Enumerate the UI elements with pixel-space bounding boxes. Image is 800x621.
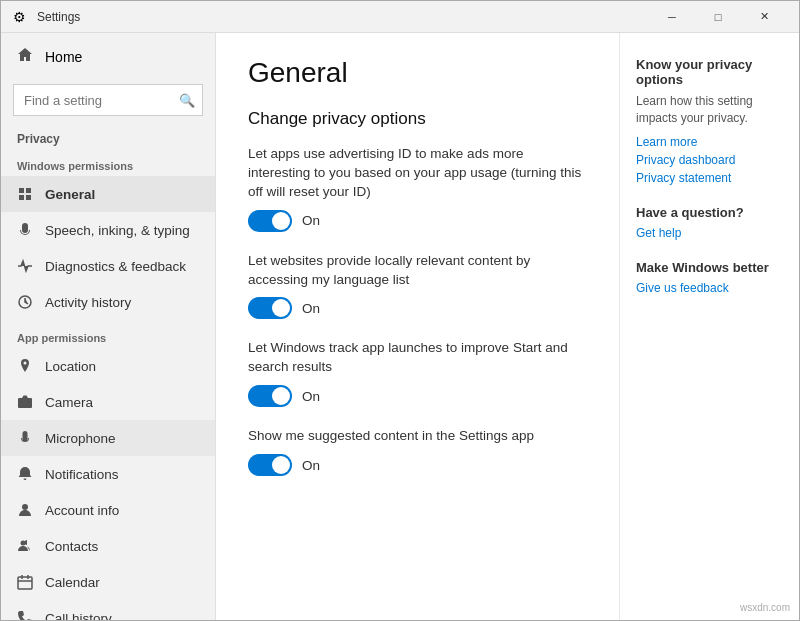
toggle-row-2: On bbox=[248, 297, 587, 319]
sidebar-item-notifications[interactable]: Notifications bbox=[1, 456, 215, 492]
sidebar-home-label: Home bbox=[45, 49, 82, 65]
minimize-button[interactable]: ─ bbox=[649, 1, 695, 33]
close-button[interactable]: ✕ bbox=[741, 1, 787, 33]
sidebar-item-location[interactable]: Location bbox=[1, 348, 215, 384]
right-section1-desc: Learn how this setting impacts your priv… bbox=[636, 93, 783, 127]
get-help-link[interactable]: Get help bbox=[636, 226, 783, 240]
svg-rect-0 bbox=[19, 188, 24, 193]
home-icon bbox=[17, 47, 33, 66]
call-icon bbox=[17, 610, 33, 620]
camera-icon bbox=[17, 394, 33, 410]
sidebar-item-general[interactable]: General bbox=[1, 176, 215, 212]
general-icon bbox=[17, 186, 33, 202]
main-panel: General Change privacy options Let apps … bbox=[216, 33, 619, 620]
privacy-statement-link[interactable]: Privacy statement bbox=[636, 171, 783, 185]
learn-more-link[interactable]: Learn more bbox=[636, 135, 783, 149]
setting-desc-3: Let Windows track app launches to improv… bbox=[248, 339, 587, 377]
app-permissions-label: App permissions bbox=[1, 320, 215, 348]
search-input[interactable] bbox=[13, 84, 203, 116]
privacy-section-label: Privacy bbox=[1, 124, 215, 148]
sidebar: Home 🔍 Privacy Windows permissions Gener… bbox=[1, 33, 216, 620]
sidebar-item-activity[interactable]: Activity history bbox=[1, 284, 215, 320]
sidebar-item-location-label: Location bbox=[45, 359, 96, 374]
diagnostics-icon bbox=[17, 258, 33, 274]
toggle-2[interactable] bbox=[248, 297, 292, 319]
privacy-dashboard-link[interactable]: Privacy dashboard bbox=[636, 153, 783, 167]
sidebar-item-camera[interactable]: Camera bbox=[1, 384, 215, 420]
svg-rect-3 bbox=[26, 195, 31, 200]
svg-rect-2 bbox=[19, 195, 24, 200]
toggle-row-1: On bbox=[248, 210, 587, 232]
sidebar-item-callhistory[interactable]: Call history bbox=[1, 600, 215, 620]
sidebar-item-microphone[interactable]: Microphone bbox=[1, 420, 215, 456]
sidebar-item-activity-label: Activity history bbox=[45, 295, 131, 310]
sidebar-item-home[interactable]: Home bbox=[1, 33, 215, 80]
sidebar-item-speech[interactable]: Speech, inking, & typing bbox=[1, 212, 215, 248]
sidebar-item-speech-label: Speech, inking, & typing bbox=[45, 223, 190, 238]
right-panel: Know your privacy options Learn how this… bbox=[619, 33, 799, 620]
microphone-icon bbox=[17, 430, 33, 446]
setting-item-3: Let Windows track app launches to improv… bbox=[248, 339, 587, 407]
app-icon: ⚙ bbox=[13, 9, 29, 25]
maximize-button[interactable]: □ bbox=[695, 1, 741, 33]
toggle-3[interactable] bbox=[248, 385, 292, 407]
sidebar-item-calendar[interactable]: Calendar bbox=[1, 564, 215, 600]
sidebar-item-general-label: General bbox=[45, 187, 95, 202]
watermark: wsxdn.com bbox=[740, 602, 790, 613]
sidebar-item-microphone-label: Microphone bbox=[45, 431, 116, 446]
sidebar-item-account[interactable]: Account info bbox=[1, 492, 215, 528]
sidebar-item-account-label: Account info bbox=[45, 503, 119, 518]
settings-window: ⚙ Settings ─ □ ✕ Home 🔍 bbox=[0, 0, 800, 621]
toggle-label-2: On bbox=[302, 301, 320, 316]
give-feedback-link[interactable]: Give us feedback bbox=[636, 281, 783, 295]
notifications-icon bbox=[17, 466, 33, 482]
setting-item-4: Show me suggested content in the Setting… bbox=[248, 427, 587, 476]
setting-desc-1: Let apps use advertising ID to make ads … bbox=[248, 145, 587, 202]
sidebar-item-diagnostics-label: Diagnostics & feedback bbox=[45, 259, 186, 274]
sidebar-item-contacts-label: Contacts bbox=[45, 539, 98, 554]
setting-item-2: Let websites provide locally relevant co… bbox=[248, 252, 587, 320]
svg-point-6 bbox=[22, 400, 28, 406]
toggle-label-3: On bbox=[302, 389, 320, 404]
section-title: Change privacy options bbox=[248, 109, 587, 129]
toggle-row-3: On bbox=[248, 385, 587, 407]
svg-rect-1 bbox=[26, 188, 31, 193]
sidebar-search-container: 🔍 bbox=[13, 84, 203, 116]
svg-point-7 bbox=[22, 504, 28, 510]
search-icon: 🔍 bbox=[179, 93, 195, 108]
toggle-4[interactable] bbox=[248, 454, 292, 476]
setting-desc-2: Let websites provide locally relevant co… bbox=[248, 252, 587, 290]
sidebar-item-callhistory-label: Call history bbox=[45, 611, 112, 621]
setting-desc-4: Show me suggested content in the Setting… bbox=[248, 427, 587, 446]
window-controls: ─ □ ✕ bbox=[649, 1, 787, 33]
toggle-label-1: On bbox=[302, 213, 320, 228]
titlebar: ⚙ Settings ─ □ ✕ bbox=[1, 1, 799, 33]
sidebar-item-calendar-label: Calendar bbox=[45, 575, 100, 590]
activity-icon bbox=[17, 294, 33, 310]
sidebar-item-contacts[interactable]: Contacts bbox=[1, 528, 215, 564]
speech-icon bbox=[17, 222, 33, 238]
sidebar-item-camera-label: Camera bbox=[45, 395, 93, 410]
account-icon bbox=[17, 502, 33, 518]
windows-permissions-label: Windows permissions bbox=[1, 148, 215, 176]
setting-item-1: Let apps use advertising ID to make ads … bbox=[248, 145, 587, 232]
contacts-icon bbox=[17, 538, 33, 554]
main-content: Home 🔍 Privacy Windows permissions Gener… bbox=[1, 33, 799, 620]
window-title: Settings bbox=[37, 10, 649, 24]
right-section3-title: Make Windows better bbox=[636, 260, 783, 275]
sidebar-item-diagnostics[interactable]: Diagnostics & feedback bbox=[1, 248, 215, 284]
location-icon bbox=[17, 358, 33, 374]
toggle-label-4: On bbox=[302, 458, 320, 473]
toggle-row-4: On bbox=[248, 454, 587, 476]
right-section1-title: Know your privacy options bbox=[636, 57, 783, 87]
right-section2-title: Have a question? bbox=[636, 205, 783, 220]
svg-rect-9 bbox=[18, 577, 32, 589]
sidebar-item-notifications-label: Notifications bbox=[45, 467, 119, 482]
toggle-1[interactable] bbox=[248, 210, 292, 232]
calendar-icon bbox=[17, 574, 33, 590]
page-title: General bbox=[248, 57, 587, 89]
